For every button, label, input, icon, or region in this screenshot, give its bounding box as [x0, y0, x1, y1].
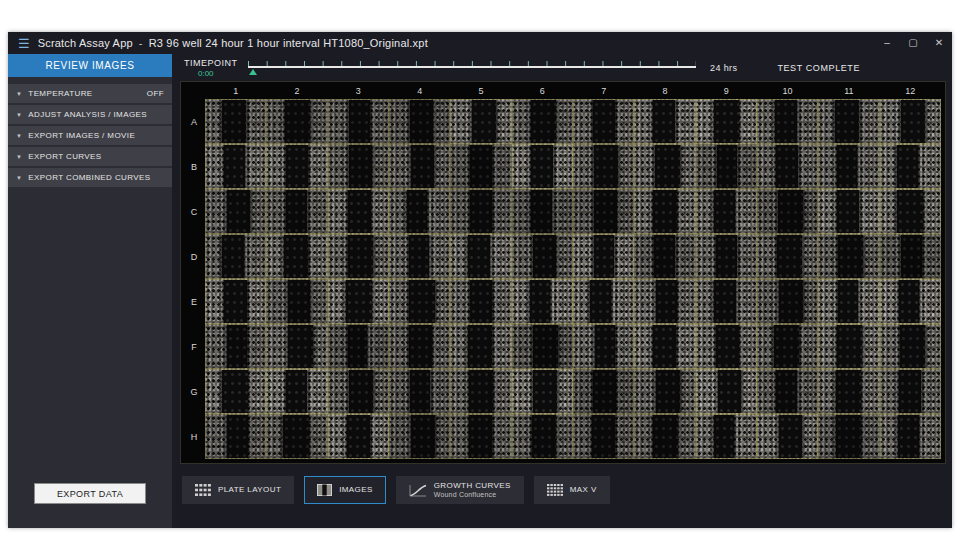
- well-D4[interactable]: [389, 234, 450, 279]
- well-A1[interactable]: [205, 99, 266, 144]
- well-A11[interactable]: [818, 99, 879, 144]
- well-G9[interactable]: [696, 369, 757, 414]
- well-D2[interactable]: [266, 234, 327, 279]
- well-G1[interactable]: [205, 369, 266, 414]
- well-E11[interactable]: [818, 279, 879, 324]
- menu-icon[interactable]: ☰: [8, 37, 38, 50]
- well-C1[interactable]: [205, 189, 266, 234]
- well-G5[interactable]: [450, 369, 511, 414]
- well-F2[interactable]: [266, 324, 327, 369]
- well-A10[interactable]: [757, 99, 818, 144]
- well-H8[interactable]: [634, 414, 695, 459]
- well-C2[interactable]: [266, 189, 327, 234]
- well-G7[interactable]: [573, 369, 634, 414]
- well-E4[interactable]: [389, 279, 450, 324]
- tab-max-v[interactable]: MAX V: [534, 476, 610, 504]
- well-F3[interactable]: [328, 324, 389, 369]
- well-D1[interactable]: [205, 234, 266, 279]
- well-E10[interactable]: [757, 279, 818, 324]
- well-B3[interactable]: [328, 144, 389, 189]
- well-D8[interactable]: [634, 234, 695, 279]
- sidebar-item-export-curves[interactable]: ▼ EXPORT CURVES: [8, 147, 172, 166]
- well-A12[interactable]: [880, 99, 941, 144]
- well-F7[interactable]: [573, 324, 634, 369]
- well-A8[interactable]: [634, 99, 695, 144]
- well-E8[interactable]: [634, 279, 695, 324]
- well-E9[interactable]: [696, 279, 757, 324]
- well-D12[interactable]: [880, 234, 941, 279]
- sidebar-item-export-combined-curves[interactable]: ▼ EXPORT COMBINED CURVES: [8, 168, 172, 187]
- well-H4[interactable]: [389, 414, 450, 459]
- tab-growth-curves[interactable]: GROWTH CURVES Wound Confluence: [396, 476, 524, 504]
- tab-images[interactable]: IMAGES: [304, 476, 386, 504]
- maximize-icon[interactable]: ▢: [900, 32, 926, 54]
- well-A2[interactable]: [266, 99, 327, 144]
- well-C6[interactable]: [512, 189, 573, 234]
- well-E7[interactable]: [573, 279, 634, 324]
- well-G12[interactable]: [880, 369, 941, 414]
- well-H2[interactable]: [266, 414, 327, 459]
- well-D10[interactable]: [757, 234, 818, 279]
- well-B7[interactable]: [573, 144, 634, 189]
- well-F12[interactable]: [880, 324, 941, 369]
- well-E1[interactable]: [205, 279, 266, 324]
- well-D7[interactable]: [573, 234, 634, 279]
- well-G3[interactable]: [328, 369, 389, 414]
- well-A4[interactable]: [389, 99, 450, 144]
- well-G2[interactable]: [266, 369, 327, 414]
- well-B9[interactable]: [696, 144, 757, 189]
- well-F1[interactable]: [205, 324, 266, 369]
- well-A9[interactable]: [696, 99, 757, 144]
- well-G6[interactable]: [512, 369, 573, 414]
- well-E12[interactable]: [880, 279, 941, 324]
- sidebar-item-adjust-analysis-images[interactable]: ▼ ADJUST ANALYSIS / IMAGES: [8, 105, 172, 124]
- sidebar-item-temperature[interactable]: ▼ TEMPERATURE OFF: [8, 84, 172, 103]
- well-F4[interactable]: [389, 324, 450, 369]
- well-D3[interactable]: [328, 234, 389, 279]
- well-H7[interactable]: [573, 414, 634, 459]
- well-F5[interactable]: [450, 324, 511, 369]
- well-G10[interactable]: [757, 369, 818, 414]
- well-B12[interactable]: [880, 144, 941, 189]
- well-G4[interactable]: [389, 369, 450, 414]
- well-G11[interactable]: [818, 369, 879, 414]
- well-F8[interactable]: [634, 324, 695, 369]
- well-B4[interactable]: [389, 144, 450, 189]
- sidebar-item-export-images-movie[interactable]: ▼ EXPORT IMAGES / MOVIE: [8, 126, 172, 145]
- well-B10[interactable]: [757, 144, 818, 189]
- well-H6[interactable]: [512, 414, 573, 459]
- well-C5[interactable]: [450, 189, 511, 234]
- well-E6[interactable]: [512, 279, 573, 324]
- close-icon[interactable]: ✕: [926, 32, 952, 54]
- well-E2[interactable]: [266, 279, 327, 324]
- well-C11[interactable]: [818, 189, 879, 234]
- well-B5[interactable]: [450, 144, 511, 189]
- well-F10[interactable]: [757, 324, 818, 369]
- well-C10[interactable]: [757, 189, 818, 234]
- well-H1[interactable]: [205, 414, 266, 459]
- sidebar-header-review-images[interactable]: REVIEW IMAGES: [8, 54, 172, 77]
- well-A7[interactable]: [573, 99, 634, 144]
- well-C8[interactable]: [634, 189, 695, 234]
- well-H11[interactable]: [818, 414, 879, 459]
- well-H10[interactable]: [757, 414, 818, 459]
- tab-plate-layout[interactable]: PLATE LAYOUT: [182, 476, 294, 504]
- well-B6[interactable]: [512, 144, 573, 189]
- well-A5[interactable]: [450, 99, 511, 144]
- well-H12[interactable]: [880, 414, 941, 459]
- well-A3[interactable]: [328, 99, 389, 144]
- well-F6[interactable]: [512, 324, 573, 369]
- well-C3[interactable]: [328, 189, 389, 234]
- well-F11[interactable]: [818, 324, 879, 369]
- well-C7[interactable]: [573, 189, 634, 234]
- well-D9[interactable]: [696, 234, 757, 279]
- well-B11[interactable]: [818, 144, 879, 189]
- well-F9[interactable]: [696, 324, 757, 369]
- well-C4[interactable]: [389, 189, 450, 234]
- well-H3[interactable]: [328, 414, 389, 459]
- timeline-position-marker[interactable]: [249, 69, 257, 75]
- well-A6[interactable]: [512, 99, 573, 144]
- minimize-icon[interactable]: –: [874, 32, 900, 54]
- well-D5[interactable]: [450, 234, 511, 279]
- well-B1[interactable]: [205, 144, 266, 189]
